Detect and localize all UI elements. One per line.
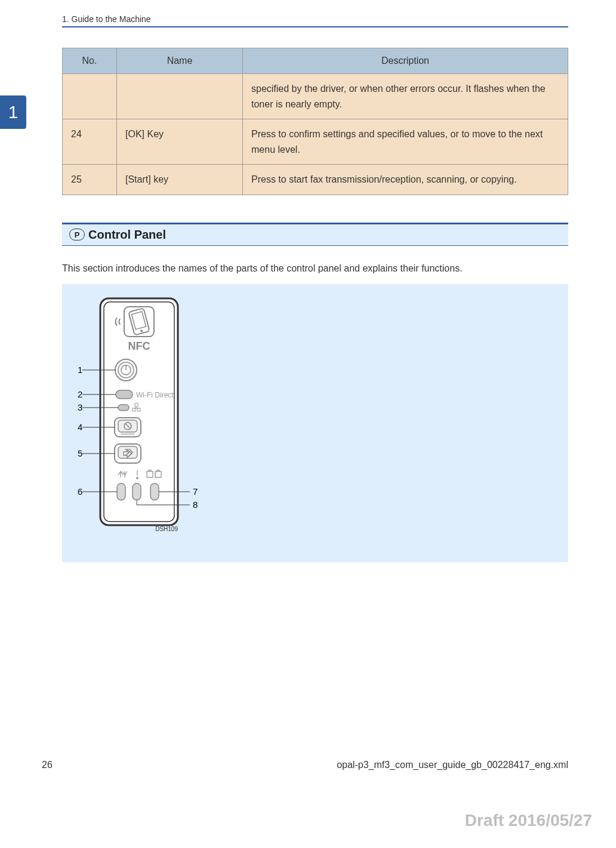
header-rule — [62, 26, 568, 27]
source-filename: opal-p3_mf3_com_user_guide_gb_00228417_e… — [337, 760, 568, 770]
table-row: 25 [Start] key Press to start fax transm… — [63, 165, 568, 195]
callout-5: 5 — [78, 448, 82, 458]
th-description: Description — [243, 48, 568, 74]
svg-point-26 — [137, 477, 138, 479]
cell-name: [OK] Key — [117, 119, 243, 165]
nfc-label: NFC — [128, 340, 150, 352]
page-number: 26 — [42, 760, 53, 770]
power-button-icon — [115, 359, 137, 381]
chapter-tab: 1 — [0, 95, 26, 129]
svg-rect-31 — [150, 483, 159, 500]
th-name: Name — [117, 48, 243, 74]
led-indicator-icon — [117, 483, 125, 500]
table-row: 24 [OK] Key Press to confirm settings an… — [63, 119, 568, 165]
draft-watermark: Draft 2016/05/27 — [465, 811, 592, 830]
svg-text:/: / — [155, 472, 156, 479]
section-heading-bar: P Control Panel — [62, 223, 568, 246]
start-key-icon — [115, 444, 141, 463]
callout-1: 1 — [78, 365, 82, 375]
cell-no — [63, 74, 117, 119]
control-panel-svg: NFC Wi-Fi Direct — [70, 292, 250, 543]
callout-4: 4 — [78, 422, 82, 432]
cell-description: Press to start fax transmission/receptio… — [243, 165, 568, 195]
svg-rect-28 — [117, 483, 125, 500]
cell-name — [117, 74, 243, 119]
callout-8: 8 — [193, 499, 198, 510]
section-intro-text: This section introduces the names of the… — [62, 261, 568, 276]
svg-rect-10 — [116, 390, 133, 399]
callout-7: 7 — [193, 486, 198, 497]
svg-rect-23 — [118, 446, 137, 458]
stop-key-icon — [115, 418, 141, 437]
callout-2: 2 — [78, 389, 82, 399]
svg-rect-29 — [133, 483, 141, 500]
section-title: Control Panel — [88, 228, 166, 242]
svg-rect-11 — [118, 405, 129, 411]
callout-3: 3 — [78, 402, 82, 412]
cell-name: [Start] key — [117, 165, 243, 195]
svg-rect-21 — [121, 433, 135, 435]
led-indicator-icon — [150, 483, 159, 500]
page-footer: 26 opal-p3_mf3_com_user_guide_gb_0022841… — [42, 760, 568, 770]
table-row: specified by the driver, or when other e… — [63, 74, 568, 119]
control-panel-diagram: NFC Wi-Fi Direct — [62, 284, 568, 562]
key-description-table: No. Name Description specified by the dr… — [62, 48, 568, 195]
wifi-direct-indicator-icon — [116, 390, 133, 399]
cell-no: 25 — [63, 165, 117, 195]
diagram-code: DSH109 — [155, 526, 178, 532]
cell-description: specified by the driver, or when other e… — [243, 74, 568, 119]
cell-no: 24 — [63, 119, 117, 165]
running-header: 1. Guide to the Machine — [62, 14, 568, 24]
wifi-direct-label: Wi-Fi Direct — [136, 391, 174, 399]
th-no: No. — [63, 48, 117, 74]
cell-description: Press to confirm settings and specified … — [243, 119, 568, 165]
callout-6: 6 — [78, 486, 82, 497]
p-badge-icon: P — [69, 229, 85, 240]
